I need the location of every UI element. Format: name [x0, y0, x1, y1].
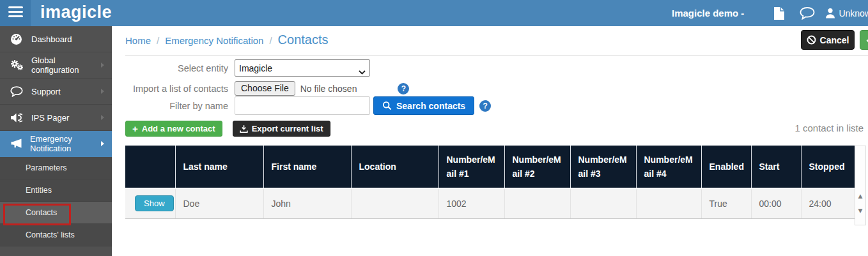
gears-icon: [10, 59, 24, 71]
column-header-number-email-3: Number/eMail #3: [570, 146, 636, 188]
speaker-icon: [10, 112, 24, 123]
megaphone-icon: [10, 139, 22, 149]
breadcrumb-separator: /: [269, 35, 272, 46]
user-menu[interactable]: Unknown: [825, 8, 868, 19]
sidebar-item-label: Global configuration: [31, 56, 101, 75]
hamburger-menu-button[interactable]: [0, 0, 31, 26]
search-contacts-label: Search contacts: [396, 101, 465, 111]
table-cell: [351, 188, 438, 218]
table-cell: [570, 188, 636, 218]
gauge-icon: [10, 33, 24, 45]
sidebar-item-dashboard[interactable]: Dashboard: [0, 26, 112, 52]
no-file-chosen-text: No file chosen: [300, 84, 357, 94]
breadcrumb: Home/Emergency Notification/Contacts: [125, 33, 329, 47]
choose-file-button[interactable]: Choose File: [235, 81, 295, 96]
import-label: Import a list of contacts: [125, 84, 228, 94]
breadcrumb-separator: /: [157, 35, 159, 46]
add-contact-label: Add a new contact: [142, 124, 215, 133]
page-title: Contacts: [278, 33, 329, 47]
table-cell: 00:00: [751, 188, 801, 218]
filter-help-icon[interactable]: ?: [479, 100, 491, 112]
table-row: ShowDoeJohn1002True00:0024:00: [125, 188, 855, 218]
column-header-start: Start: [751, 146, 801, 188]
export-list-label: Export current list: [252, 124, 323, 133]
cancel-button[interactable]: Cancel: [801, 30, 855, 50]
plus-icon: +: [132, 124, 138, 133]
column-header-actions: [125, 146, 175, 188]
table-cell: [504, 188, 570, 218]
chat-icon[interactable]: [800, 7, 815, 20]
top-bar: imagicle Imagicle demo - Unknown: [0, 0, 868, 26]
table-cell: 1002: [438, 188, 504, 218]
hamburger-icon: [8, 6, 23, 20]
search-contacts-button[interactable]: Search contacts: [373, 96, 474, 115]
show-button[interactable]: Show: [135, 195, 174, 211]
add-contact-button[interactable]: + Add a new contact: [125, 121, 222, 137]
save-button[interactable]: [860, 30, 868, 50]
table-scrollbar[interactable]: ▲ ▼: [855, 146, 866, 225]
export-list-button[interactable]: Export current list: [233, 121, 330, 137]
entity-label: Select entity: [125, 63, 228, 73]
filter-label: Filter by name: [125, 101, 228, 111]
app-logo: imagicle: [40, 3, 112, 22]
document-icon[interactable]: [773, 7, 784, 20]
sidebar-item-global-configuration[interactable]: Global configuration: [0, 52, 112, 79]
user-name: Unknown: [839, 8, 868, 19]
column-header-number-email-2: Number/eMail #2: [504, 146, 570, 188]
column-header-last-name: Last name: [175, 146, 263, 188]
row-action-cell: Show: [125, 188, 175, 218]
sidebar-subitem-label: Contacts: [26, 208, 57, 217]
tenant-name[interactable]: Imagicle demo -: [672, 8, 744, 19]
chevron-right-icon: [101, 63, 104, 68]
sidebar-item-label: IPS Pager: [31, 113, 69, 123]
user-icon: [825, 8, 835, 19]
import-row: Import a list of contacts Choose File No…: [125, 81, 409, 96]
breadcrumb-link-home[interactable]: Home: [125, 35, 151, 46]
sidebar-subitem-entities[interactable]: Entities: [0, 179, 112, 202]
sidebar-subitem-label: Contacts' lists: [26, 230, 75, 239]
filter-row: Filter by name Search contacts ?: [125, 96, 491, 115]
filter-by-name-input[interactable]: [235, 96, 370, 115]
breadcrumb-link-emergency-notification[interactable]: Emergency Notification: [165, 35, 263, 46]
cancel-icon: [807, 35, 816, 45]
chevron-right-icon: [101, 89, 104, 94]
search-icon: [382, 101, 392, 110]
table-cell: Doe: [175, 188, 263, 218]
main-content: Home/Emergency Notification/Contacts Can…: [112, 26, 868, 256]
column-header-first-name: First name: [263, 146, 351, 188]
import-help-icon[interactable]: ?: [398, 83, 409, 94]
chat-icon: [10, 86, 24, 97]
column-header-number-email-1: Number/eMail #1: [438, 146, 504, 188]
sidebar-item-label: Emergency Notification: [30, 134, 98, 153]
download-icon: [240, 124, 248, 133]
header-divider: [125, 55, 868, 56]
column-header-stopped: Stopped: [801, 146, 855, 188]
sidebar-item-emergency-notification[interactable]: Emergency Notification: [0, 131, 112, 157]
sidebar-item-support[interactable]: Support: [0, 79, 112, 105]
contact-count: 1 contact in liste: [794, 123, 864, 133]
entity-row: Select entity Imagicle: [125, 59, 370, 77]
sidebar-item-label: Dashboard: [31, 34, 72, 44]
column-header-enabled: Enabled: [701, 146, 751, 188]
table-cell: True: [701, 188, 751, 218]
sidebar-subitem-contacts-lists[interactable]: Contacts' lists: [0, 224, 112, 246]
sidebar-subitem-label: Parameters: [26, 163, 67, 172]
sidebar-item-label: Support: [31, 87, 61, 96]
sidebar-subitem-label: Entities: [26, 186, 52, 195]
sidebar-subitem-contacts[interactable]: Contacts: [0, 202, 112, 224]
table-cell: 24:00: [801, 188, 855, 218]
cancel-label: Cancel: [820, 35, 849, 45]
contacts-table: Last nameFirst nameLocationNumber/eMail …: [125, 146, 855, 219]
chevron-right-icon: [101, 141, 104, 146]
column-header-location: Location: [351, 146, 438, 188]
column-header-number-email-4: Number/eMail #4: [636, 146, 701, 188]
scroll-up-icon[interactable]: ▲: [855, 193, 865, 199]
table-cell: [636, 188, 701, 218]
sidebar-subitem-parameters[interactable]: Parameters: [0, 157, 112, 179]
scroll-down-icon[interactable]: ▼: [855, 207, 865, 214]
table-cell: John: [263, 188, 351, 218]
topbar-right: Imagicle demo - Unknown: [672, 0, 868, 26]
sidebar-item-ips-pager[interactable]: IPS Pager: [0, 105, 112, 131]
entity-select[interactable]: Imagicle: [235, 59, 370, 77]
actions-row: + Add a new contact Export current list: [125, 121, 330, 137]
